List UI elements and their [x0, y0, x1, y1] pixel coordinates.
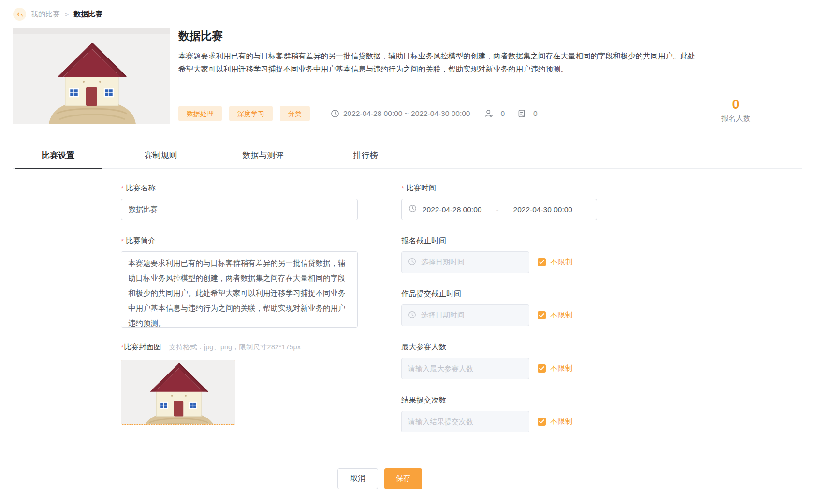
- submit-deadline-picker[interactable]: 选择日期时间: [401, 304, 529, 326]
- competition-header-info: 数据比赛 本赛题要求利用已有的与目标客群稍有差异的另一批信贷数据，辅助目标业务风…: [178, 28, 721, 124]
- submissions-count: 0: [533, 109, 538, 118]
- clock-icon: [331, 109, 339, 118]
- submit-deadline-label: 作品提交截止时间: [401, 289, 609, 299]
- competition-time-range-picker[interactable]: 2022-04-28 00:00 - 2022-04-30 00:00: [401, 199, 597, 220]
- competition-header: 数据比赛 本赛题要求利用已有的与目标客群稍有差异的另一批信贷数据，辅助目标业务风…: [13, 28, 802, 124]
- max-participants-row: 不限制: [401, 358, 609, 379]
- signup-unlimited-checkbox[interactable]: [538, 258, 546, 266]
- field-signup-deadline: 报名截止时间 选择日期时间 不限制: [401, 236, 609, 273]
- date-range-text: 2022-04-28 00:00 ~ 2022-04-30 00:00: [343, 109, 470, 118]
- breadcrumb-current: 数据比赛: [73, 10, 102, 19]
- field-competition-time: * 比赛时间 2022-04-28 00:00 - 2022-04-30 00:…: [401, 183, 609, 220]
- competition-time-label: * 比赛时间: [401, 183, 609, 193]
- signup-deadline-row: 选择日期时间 不限制: [401, 251, 609, 273]
- result-submissions-input[interactable]: [408, 411, 523, 432]
- signup-deadline-picker[interactable]: 选择日期时间: [401, 251, 529, 273]
- result-submissions-row: 不限制: [401, 411, 609, 432]
- result-submissions-label: 结果提交次数: [401, 395, 609, 405]
- field-competition-name: * 比赛名称: [121, 183, 358, 220]
- form-left-column: * 比赛名称 * 比赛简介 本赛题要求利用已有的与目标客群稍有差异的另一批信贷数…: [121, 183, 358, 448]
- save-button[interactable]: 保存: [384, 468, 422, 489]
- clock-icon: [408, 258, 416, 267]
- result-submissions-unlimited-label[interactable]: 不限制: [550, 417, 573, 427]
- time-end-value[interactable]: 2022-04-30 00:00: [513, 205, 572, 214]
- competition-title: 数据比赛: [178, 29, 721, 43]
- person-check-icon: [484, 109, 493, 118]
- tag-deep-learning: 深度学习: [229, 106, 273, 121]
- cancel-button[interactable]: 取消: [337, 468, 378, 489]
- clock-icon: [408, 311, 416, 320]
- check-icon: [539, 366, 544, 371]
- check-icon: [539, 260, 544, 264]
- submit-deadline-placeholder: 选择日期时间: [421, 311, 465, 320]
- cover-image-hint: 支持格式：jpg、png，限制尺寸282*175px: [169, 343, 301, 352]
- breadcrumb: 我的比赛 > 数据比赛: [13, 8, 802, 21]
- tab-bar: 比赛设置 赛制规则 数据与测评 排行榜: [13, 144, 802, 169]
- breadcrumb-my-competitions[interactable]: 我的比赛: [31, 10, 60, 19]
- result-submissions-unlimited-checkbox[interactable]: [538, 418, 546, 426]
- max-participants-input-wrap: [401, 358, 529, 379]
- competition-intro-textarea[interactable]: 本赛题要求利用已有的与目标客群稍有差异的另一批信贷数据，辅助目标业务风控模型的创…: [121, 251, 358, 328]
- cover-image-label: 比赛封面图: [124, 342, 161, 352]
- check-icon: [539, 313, 544, 317]
- cover-image-label-row: * 比赛封面图 支持格式：jpg、png，限制尺寸282*175px: [121, 342, 358, 352]
- competition-meta-row: 数据处理 深度学习 分类 2022-04-28 00:00 ~ 2022-04-…: [178, 106, 721, 124]
- participants-stat: 0: [484, 109, 505, 118]
- competition-settings-page: 我的比赛 > 数据比赛 数据比赛 本赛题要求利用已有的与目标客群稍有差异的另一批…: [0, 0, 817, 504]
- submit-unlimited-checkbox[interactable]: [538, 311, 546, 319]
- signup-deadline-label: 报名截止时间: [401, 236, 609, 246]
- max-participants-unlimited-checkbox[interactable]: [538, 364, 546, 373]
- submissions-stat: 0: [517, 109, 538, 118]
- back-arrow-icon: [16, 11, 23, 18]
- tab-competition-settings[interactable]: 比赛设置: [15, 144, 102, 168]
- settings-form: * 比赛名称 * 比赛简介 本赛题要求利用已有的与目标客群稍有差异的另一批信贷数…: [13, 169, 802, 448]
- competition-description: 本赛题要求利用已有的与目标客群稍有差异的另一批信贷数据，辅助目标业务风控模型的创…: [178, 49, 700, 75]
- field-cover-image: * 比赛封面图 支持格式：jpg、png，限制尺寸282*175px: [121, 342, 358, 425]
- required-mark: *: [121, 184, 124, 193]
- result-submissions-input-wrap: [401, 411, 529, 432]
- signup-count-label: 报名人数: [721, 114, 750, 123]
- cover-image-upload-preview[interactable]: [121, 360, 235, 425]
- tab-leaderboard[interactable]: 排行榜: [322, 144, 409, 168]
- field-max-participants: 最大参赛人数 不限制: [401, 342, 609, 379]
- field-submit-deadline: 作品提交截止时间 选择日期时间 不限制: [401, 289, 609, 326]
- tag-classification: 分类: [280, 106, 310, 121]
- tab-data-evaluation[interactable]: 数据与测评: [219, 144, 306, 168]
- submit-unlimited-label[interactable]: 不限制: [550, 310, 573, 320]
- participants-count: 0: [500, 109, 505, 118]
- time-range-separator: -: [496, 205, 498, 214]
- competition-intro-label: * 比赛简介: [121, 236, 358, 246]
- signup-unlimited-label[interactable]: 不限制: [550, 257, 573, 267]
- max-participants-label: 最大参赛人数: [401, 342, 609, 352]
- required-mark: *: [121, 237, 124, 245]
- tag-data-processing: 数据处理: [178, 106, 222, 121]
- tab-rules[interactable]: 赛制规则: [117, 144, 204, 168]
- competition-date-range: 2022-04-28 00:00 ~ 2022-04-30 00:00: [331, 109, 470, 118]
- signup-count-value: 0: [721, 98, 750, 112]
- back-button[interactable]: [13, 8, 26, 21]
- max-participants-unlimited-label[interactable]: 不限制: [550, 363, 573, 374]
- check-icon: [539, 419, 544, 424]
- competition-name-label: * 比赛名称: [121, 183, 358, 193]
- form-right-column: * 比赛时间 2022-04-28 00:00 - 2022-04-30 00:…: [401, 183, 609, 448]
- competition-name-input[interactable]: [121, 199, 358, 220]
- document-check-icon: [517, 109, 526, 118]
- competition-cover-image: [13, 28, 170, 124]
- clock-icon: [408, 204, 417, 215]
- required-mark: *: [401, 184, 404, 193]
- submit-deadline-row: 选择日期时间 不限制: [401, 304, 609, 326]
- form-actions: 取消 保存: [337, 468, 802, 489]
- signup-count-stat: 0 报名人数: [721, 98, 750, 124]
- field-result-submissions: 结果提交次数 不限制: [401, 395, 609, 432]
- field-competition-intro: * 比赛简介 本赛题要求利用已有的与目标客群稍有差异的另一批信贷数据，辅助目标业…: [121, 236, 358, 328]
- max-participants-input[interactable]: [408, 358, 523, 379]
- time-start-value[interactable]: 2022-04-28 00:00: [423, 205, 481, 214]
- signup-deadline-placeholder: 选择日期时间: [421, 258, 465, 267]
- breadcrumb-separator: >: [65, 11, 69, 18]
